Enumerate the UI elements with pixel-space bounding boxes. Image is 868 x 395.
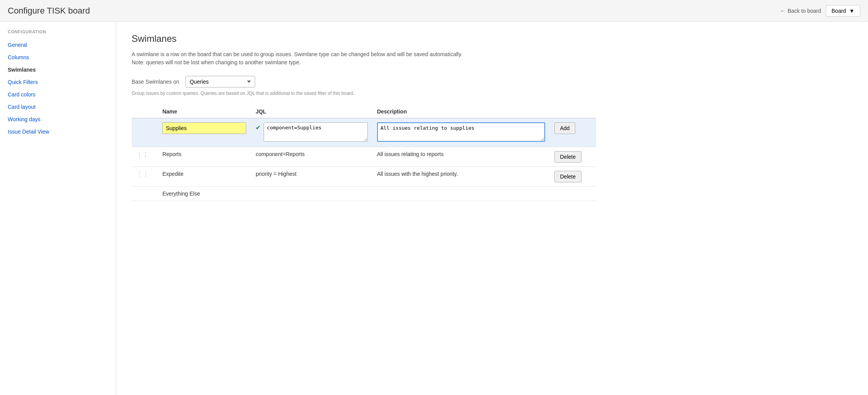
sidebar-item-working-days[interactable]: Working days [0, 113, 116, 125]
swimlanes-description: A swimlane is a row on the board that ca… [132, 50, 558, 67]
drag-icon: ⋮⋮ [136, 171, 149, 178]
main-content: Swimlanes A swimlane is a row on the boa… [116, 22, 868, 395]
expedite-jql-cell: priority = Highest [251, 167, 372, 187]
back-to-board-link[interactable]: ← Back to board [780, 8, 821, 14]
sidebar-item-swimlanes: Swimlanes [0, 64, 116, 76]
col-name-header: Name [158, 105, 251, 118]
everything-else-action-cell [550, 187, 597, 201]
expedite-drag-handle[interactable]: ⋮⋮ [132, 167, 158, 187]
swimlane-hint: Group issues by custom queries. Queries … [132, 91, 853, 96]
page-header-title: Configure TISK board [8, 6, 90, 16]
chevron-down-icon: ▼ [849, 8, 854, 14]
table-header-row: Name JQL Description [132, 105, 596, 118]
reports-name-cell: Reports [158, 147, 251, 167]
col-desc-header: Description [372, 105, 550, 118]
description-textarea[interactable]: All issues relating to supplies [377, 122, 545, 142]
table-row: ⋮⋮ Reports component=Reports All issues … [132, 147, 596, 167]
sidebar-section-title: CONFIGURATION [0, 29, 116, 39]
sidebar-item-card-colors[interactable]: Card colors [0, 88, 116, 101]
sidebar-item-card-layout[interactable]: Card layout [0, 101, 116, 113]
expedite-action-cell: Delete [550, 167, 597, 187]
reports-desc-cell: All issues relating to reports [372, 147, 550, 167]
arrow-left-icon: ← [780, 8, 785, 14]
editing-row-drag [132, 118, 158, 147]
table-row: ⋮⋮ Expedite priority = Highest All issue… [132, 167, 596, 187]
layout: CONFIGURATION General Columns Swimlanes … [0, 22, 868, 395]
swimlanes-table: Name JQL Description ✔ compone [132, 105, 596, 201]
sidebar-item-quick-filters[interactable]: Quick Filters [0, 76, 116, 88]
reports-delete-button[interactable]: Delete [554, 151, 582, 163]
expedite-name-cell: Expedite [158, 167, 251, 187]
add-button[interactable]: Add [554, 122, 576, 134]
header-right: ← Back to board Board ▼ [780, 5, 860, 17]
drag-icon: ⋮⋮ [136, 151, 149, 158]
editing-row-name-cell [158, 118, 251, 147]
base-swimlane-select[interactable]: Queries Assignees Epics Projects Parent … [185, 76, 255, 88]
editing-row-action-cell: Add [550, 118, 597, 147]
jql-valid-icon: ✔ [256, 124, 261, 131]
expedite-desc-cell: All issues with the highest priority. [372, 167, 550, 187]
everything-else-row: Everything Else [132, 187, 596, 201]
everything-else-desc-cell [372, 187, 550, 201]
expedite-delete-button[interactable]: Delete [554, 171, 582, 182]
editing-row-jql-cell: ✔ component=Supplies [251, 118, 372, 147]
header: Configure TISK board ← Back to board Boa… [0, 0, 868, 22]
everything-else-drag [132, 187, 158, 201]
col-action-header [550, 105, 597, 118]
sidebar: CONFIGURATION General Columns Swimlanes … [0, 22, 116, 395]
reports-drag-handle[interactable]: ⋮⋮ [132, 147, 158, 167]
jql-textarea[interactable]: component=Supplies [264, 122, 367, 142]
editing-row: ✔ component=Supplies All issues relating… [132, 118, 596, 147]
col-jql-header: JQL [251, 105, 372, 118]
col-drag-header [132, 105, 158, 118]
everything-else-name-cell: Everything Else [158, 187, 251, 201]
reports-action-cell: Delete [550, 147, 597, 167]
reports-jql-cell: component=Reports [251, 147, 372, 167]
base-swimlane-label: Base Swimlanes on [132, 79, 179, 85]
name-input[interactable] [162, 122, 246, 134]
sidebar-item-issue-detail-view[interactable]: Issue Detail View [0, 125, 116, 138]
sidebar-item-general[interactable]: General [0, 39, 116, 51]
everything-else-jql-cell [251, 187, 372, 201]
base-swimlane-row: Base Swimlanes on Queries Assignees Epic… [132, 76, 853, 88]
sidebar-item-columns[interactable]: Columns [0, 51, 116, 64]
board-dropdown-button[interactable]: Board ▼ [826, 5, 860, 17]
editing-row-desc-cell: All issues relating to supplies [372, 118, 550, 147]
swimlanes-page-title: Swimlanes [132, 33, 853, 44]
